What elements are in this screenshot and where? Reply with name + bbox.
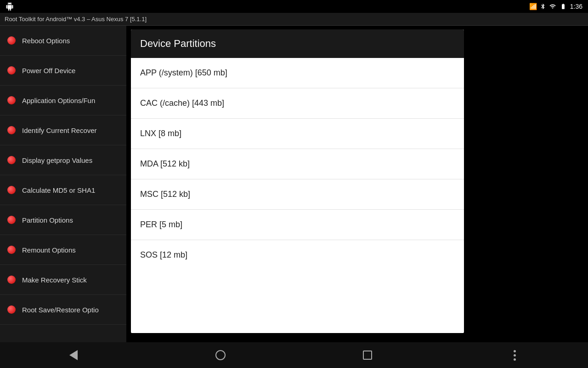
partition-item-sos[interactable]: SOS [12 mb] <box>131 240 464 270</box>
status-bar-left <box>6 2 14 11</box>
red-dot-icon <box>7 305 16 314</box>
red-dot-icon <box>7 246 16 254</box>
red-dot-icon <box>7 126 16 134</box>
bluetooth-status-icon <box>540 3 546 10</box>
partition-label: PER [5 mb] <box>140 220 182 229</box>
red-dot-icon <box>7 186 16 194</box>
sidebar-item-recovery-stick[interactable]: Make Recovery Stick <box>0 265 126 295</box>
more-dot <box>514 350 516 352</box>
app-title: Root Toolkit for Android™ v4.3 – Asus Ne… <box>5 16 147 23</box>
red-dot-icon <box>7 36 16 45</box>
red-dot-icon <box>7 276 16 284</box>
red-dot-icon <box>7 66 16 75</box>
partition-list: APP (/system) [650 mb] CAC (/cache) [443… <box>131 58 464 333</box>
home-icon <box>215 350 226 360</box>
sidebar-label: Partition Options <box>22 216 73 224</box>
wifi-status-icon <box>549 3 556 10</box>
title-bar: Root Toolkit for Android™ v4.3 – Asus Ne… <box>0 13 588 26</box>
device-partitions-dialog: Device Partitions APP (/system) [650 mb]… <box>131 29 464 333</box>
partition-item-cac[interactable]: CAC (/cache) [443 mb] <box>131 88 464 119</box>
sidebar-item-app-options[interactable]: Application Options/Fun <box>0 86 126 115</box>
status-bar-right: 📶 1:36 <box>529 3 582 10</box>
sidebar-item-md5[interactable]: Calculate MD5 or SHA1 <box>0 175 126 205</box>
time-display: 1:36 <box>570 3 582 10</box>
red-dot-icon <box>7 216 16 224</box>
back-button[interactable] <box>55 346 92 364</box>
sidebar-item-power-off[interactable]: Power Off Device <box>0 56 126 86</box>
partition-label: CAC (/cache) [443 mb] <box>140 98 224 108</box>
partition-label: LNX [8 mb] <box>140 129 181 138</box>
sidebar-label: Identify Current Recover <box>22 126 97 134</box>
android-icon <box>6 2 14 11</box>
status-bar: 📶 1:36 <box>0 0 588 13</box>
more-icon <box>514 350 516 361</box>
partition-item-per[interactable]: PER [5 mb] <box>131 210 464 240</box>
sidebar-label: Make Recovery Stick <box>22 276 87 284</box>
red-dot-icon <box>7 96 16 104</box>
more-dot <box>514 358 516 361</box>
sidebar-label: Reboot Options <box>22 37 70 45</box>
sidebar-item-identify-recovery[interactable]: Identify Current Recover <box>0 115 126 145</box>
partition-label: MDA [512 kb] <box>140 159 190 168</box>
partition-item-app[interactable]: APP (/system) [650 mb] <box>131 58 464 88</box>
dialog-title: Device Partitions <box>140 38 216 49</box>
sidebar-item-reboot-options[interactable]: Reboot Options <box>0 26 126 56</box>
sidebar-label: Application Options/Fun <box>22 97 95 104</box>
recent-icon <box>363 351 372 360</box>
partition-label: MSC [512 kb] <box>140 190 190 199</box>
partition-label: SOS [12 mb] <box>140 250 187 259</box>
sidebar-label: Power Off Device <box>22 67 75 75</box>
sidebar-label: Display getprop Values <box>22 156 92 164</box>
nav-bar <box>0 342 588 368</box>
partition-label: APP (/system) [650 mb] <box>140 68 227 77</box>
battery-status-icon <box>559 3 567 10</box>
partition-item-msc[interactable]: MSC [512 kb] <box>131 179 464 210</box>
more-button[interactable] <box>496 346 533 364</box>
back-icon <box>69 350 78 360</box>
sidebar-item-root-save-restore[interactable]: Root Save/Restore Optio <box>0 295 126 325</box>
sidebar-item-partition-options[interactable]: Partition Options <box>0 205 126 235</box>
sidebar-label: Remount Options <box>22 246 76 254</box>
main-content: Reboot Options Power Off Device Applicat… <box>0 26 588 342</box>
sidebar: Reboot Options Power Off Device Applicat… <box>0 26 126 342</box>
sidebar-label: Calculate MD5 or SHA1 <box>22 186 95 194</box>
bluetooth-icon: 📶 <box>529 3 537 10</box>
dialog-title-bar: Device Partitions <box>131 29 464 58</box>
partition-item-lnx[interactable]: LNX [8 mb] <box>131 119 464 149</box>
partition-item-mda[interactable]: MDA [512 kb] <box>131 149 464 179</box>
red-dot-icon <box>7 156 16 164</box>
more-dot <box>514 354 516 356</box>
sidebar-item-remount-options[interactable]: Remount Options <box>0 235 126 265</box>
recent-apps-button[interactable] <box>349 346 386 364</box>
sidebar-label: Root Save/Restore Optio <box>22 306 99 314</box>
home-button[interactable] <box>202 346 239 364</box>
sidebar-item-getprop[interactable]: Display getprop Values <box>0 145 126 175</box>
dialog-overlay: Device Partitions APP (/system) [650 mb]… <box>126 26 588 342</box>
